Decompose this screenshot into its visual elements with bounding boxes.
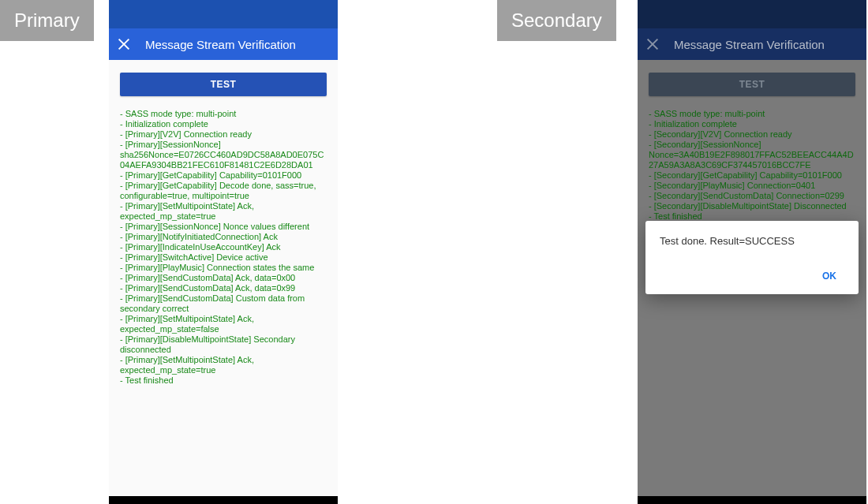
log-output: - SASS mode type: multi-point - Initiali…	[120, 109, 327, 386]
nav-bar	[638, 496, 866, 504]
close-icon[interactable]	[117, 37, 131, 51]
log-line: - [Primary][SendCustomData] Ack, data=0x…	[120, 283, 327, 293]
log-line: - [Secondary][PlayMusic] Connection=0401	[649, 181, 855, 191]
ok-button[interactable]: OK	[814, 266, 844, 286]
dialog-message: Test done. Result=SUCCESS	[660, 235, 844, 247]
badge-secondary: Secondary	[497, 0, 616, 41]
result-dialog: Test done. Result=SUCCESS OK	[645, 221, 859, 294]
device-primary: Message Stream Verification TEST - SASS …	[109, 0, 338, 504]
log-line: - [Primary][SetMultipointState] Ack, exp…	[120, 201, 327, 222]
log-line: - SASS mode type: multi-point	[649, 109, 855, 119]
status-bar	[109, 0, 338, 28]
test-button: TEST	[649, 73, 855, 96]
log-line: - Initialization complete	[649, 119, 855, 129]
close-icon[interactable]	[645, 37, 660, 51]
log-line: - [Primary][IndicateInUseAccountKey] Ack	[120, 242, 327, 252]
log-line: - [Primary][NotifyInitiatedConnection] A…	[120, 232, 327, 242]
log-line: - Test finished	[120, 375, 327, 386]
log-line: - [Primary][SessionNonce] sha256Nonce=E0…	[120, 140, 327, 170]
device-secondary: Message Stream Verification TEST - SASS …	[638, 0, 866, 504]
log-line: - [Primary][V2V] Connection ready	[120, 129, 327, 140]
log-line: - [Primary][SwitchActive] Device active	[120, 252, 327, 263]
app-bar: Message Stream Verification	[638, 28, 866, 60]
log-line: - [Primary][SendCustomData] Ack, data=0x…	[120, 273, 327, 283]
log-output: - SASS mode type: multi-point - Initiali…	[649, 109, 855, 222]
content-area: TEST - SASS mode type: multi-point - Ini…	[109, 60, 338, 496]
log-line: - [Primary][SetMultipointState] Ack, exp…	[120, 355, 327, 375]
nav-bar	[109, 496, 338, 504]
log-line: - [Primary][PlayMusic] Connection states…	[120, 263, 327, 273]
badge-primary: Primary	[0, 0, 94, 41]
log-line: - [Primary][SendCustomData] Custom data …	[120, 293, 327, 314]
log-line: - [Primary][DisableMultipointState] Seco…	[120, 334, 327, 355]
log-line: - [Secondary][GetCapability] Capability=…	[649, 170, 855, 181]
content-area: TEST - SASS mode type: multi-point - Ini…	[638, 60, 866, 496]
status-bar	[638, 0, 866, 28]
test-button[interactable]: TEST	[120, 73, 327, 96]
log-line: - SASS mode type: multi-point	[120, 109, 327, 119]
log-line: - [Primary][GetCapability] Decode done, …	[120, 181, 327, 201]
log-line: - [Primary][SetMultipointState] Ack, exp…	[120, 314, 327, 334]
log-line: - [Secondary][DisableMultipointState] Di…	[649, 201, 855, 211]
log-line: - Initialization complete	[120, 119, 327, 129]
log-line: - [Primary][GetCapability] Capability=01…	[120, 170, 327, 181]
log-line: - [Secondary][V2V] Connection ready	[649, 129, 855, 140]
log-line: - [Secondary][SessionNonce] Nonce=3A40B1…	[649, 140, 855, 170]
page-title: Message Stream Verification	[145, 38, 296, 51]
page-title: Message Stream Verification	[674, 38, 825, 51]
dialog-actions: OK	[660, 266, 844, 286]
log-line: - [Secondary][SendCustomData] Connection…	[649, 191, 855, 201]
log-line: - [Primary][SessionNonce] Nonce values d…	[120, 222, 327, 232]
app-bar: Message Stream Verification	[109, 28, 338, 60]
